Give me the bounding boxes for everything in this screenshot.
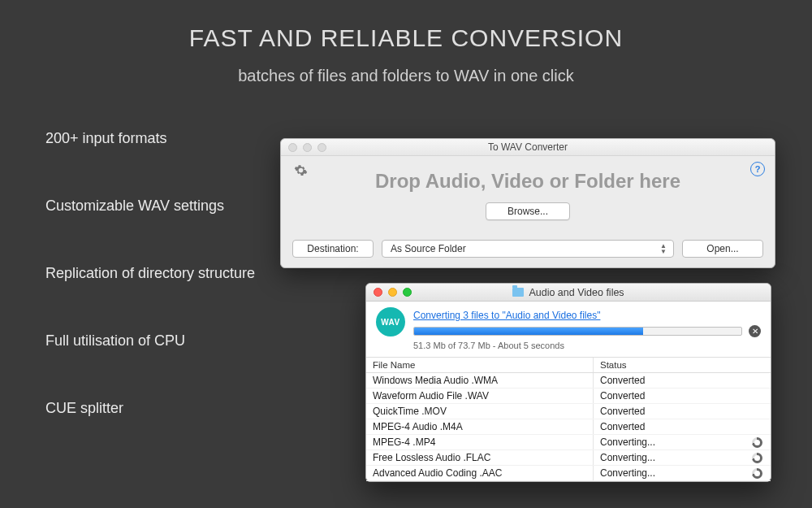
table-header: File Name Status [366, 358, 771, 373]
cell-filename: Waveform Audio File .WAV [366, 389, 594, 403]
table-row[interactable]: Waveform Audio File .WAVConverted [366, 389, 771, 404]
drop-zone-text[interactable]: Drop Audio, Video or Folder here [281, 170, 775, 193]
cell-filename: MPEG-4 .MP4 [366, 435, 594, 449]
cell-status: Converted [594, 404, 771, 419]
cell-filename: Free Lossless Audio .FLAC [366, 450, 594, 465]
destination-button[interactable]: Destination: [292, 240, 374, 258]
cell-status: Converting... [594, 466, 771, 480]
status-text: Converted [600, 421, 645, 432]
feature-item: CUE splitter [45, 400, 255, 417]
progress-window: Audio and Video files WAV Converting 3 f… [365, 283, 771, 482]
converter-window: To WAV Converter ? Drop Audio, Video or … [280, 138, 775, 268]
table-row[interactable]: Windows Media Audio .WMAConverted [366, 373, 771, 389]
table-body: Windows Media Audio .WMAConvertedWavefor… [366, 373, 771, 481]
progress-link[interactable]: Converting 3 files to "Audio and Video f… [413, 310, 600, 321]
cell-filename: QuickTime .MOV [366, 404, 594, 419]
cell-status: Converted [594, 419, 771, 434]
progress-bar [413, 327, 742, 336]
progress-fill [414, 328, 643, 335]
status-text: Converting... [600, 467, 655, 479]
chevron-updown-icon: ▲▼ [660, 243, 667, 254]
table-row[interactable]: MPEG-4 Audio .M4AConverted [366, 419, 771, 435]
wav-icon: WAV [376, 307, 405, 336]
col-status[interactable]: Status [594, 358, 771, 372]
status-text: Converted [600, 390, 645, 402]
window-title: Audio and Video files [366, 287, 771, 298]
cell-filename: MPEG-4 Audio .M4A [366, 419, 594, 434]
feature-list: 200+ input formatsCustomizable WAV setti… [45, 130, 255, 417]
cell-filename: Advanced Audio Coding .AAC [366, 466, 594, 480]
headline: FAST AND RELIABLE CONVERSION [0, 24, 812, 52]
destination-row: Destination: As Source Folder ▲▼ Open... [292, 240, 763, 258]
folder-icon [512, 288, 524, 297]
status-text: Converted [600, 375, 645, 386]
status-text: Converting... [600, 436, 655, 448]
titlebar: To WAV Converter [281, 139, 775, 156]
feature-item: 200+ input formats [45, 130, 255, 147]
cell-status: Converting... [594, 435, 771, 449]
status-text: Converted [600, 406, 645, 417]
cancel-button[interactable]: ✕ [749, 325, 761, 337]
destination-value: As Source Folder [391, 243, 466, 254]
table-row[interactable]: MPEG-4 .MP4Converting... [366, 435, 771, 450]
progress-stats: 51.3 Mb of 73.7 Mb - About 5 seconds [413, 341, 761, 350]
progress-area: WAV Converting 3 files to "Audio and Vid… [366, 302, 771, 358]
table-row[interactable]: QuickTime .MOVConverted [366, 404, 771, 419]
cell-status: Converting... [594, 450, 771, 465]
titlebar: Audio and Video files [366, 284, 771, 302]
cell-status: Converted [594, 373, 771, 388]
window-title: To WAV Converter [281, 141, 775, 153]
cell-status: Converted [594, 389, 771, 403]
open-button[interactable]: Open... [682, 240, 763, 258]
spinner-icon [752, 437, 762, 448]
table-row[interactable]: Advanced Audio Coding .AACConverting... [366, 466, 771, 481]
feature-item: Replication of directory structure [45, 265, 255, 282]
destination-select[interactable]: As Source Folder ▲▼ [382, 240, 674, 258]
status-text: Converting... [600, 452, 655, 463]
col-filename[interactable]: File Name [366, 358, 594, 372]
spinner-icon [752, 468, 762, 479]
subheadline: batches of files and folders to WAV in o… [0, 67, 812, 85]
browse-button[interactable]: Browse... [486, 202, 570, 220]
spinner-icon [752, 453, 762, 463]
cell-filename: Windows Media Audio .WMA [366, 373, 594, 388]
progress-text-block: Converting 3 files to "Audio and Video f… [413, 307, 761, 350]
feature-item: Customizable WAV settings [45, 198, 255, 215]
table-row[interactable]: Free Lossless Audio .FLACConverting... [366, 450, 771, 466]
window-title-text: Audio and Video files [529, 287, 624, 298]
feature-item: Full utilisation of CPU [45, 332, 255, 350]
